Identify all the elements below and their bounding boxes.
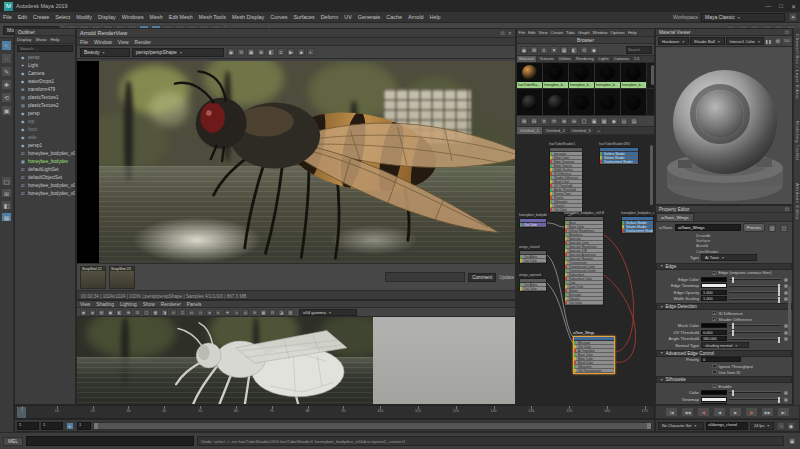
update-button[interactable]: Update bbox=[499, 275, 514, 280]
side-panel-tab[interactable]: Attribute Editor bbox=[795, 183, 800, 220]
node-editor-tab[interactable]: Untitled_3 bbox=[569, 127, 595, 134]
outliner-item[interactable]: ☑ defaultLightSet bbox=[15, 165, 75, 173]
shading-group-node[interactable]: hairTubeShader1SG Surface ShaderVolume S… bbox=[599, 142, 639, 165]
viewport-icon[interactable]: ◇ bbox=[197, 309, 204, 316]
ramp-node[interactable]: honeybee_bodydev_v04:ramp1 Out Color bbox=[519, 213, 547, 228]
menu-item[interactable]: Panels bbox=[184, 302, 205, 307]
menu-item[interactable]: Edit Mesh bbox=[166, 14, 196, 20]
viewport-icon[interactable]: ⊡ bbox=[134, 309, 141, 316]
advanced-edge-section-header[interactable]: ▼Advanced Edge Control bbox=[656, 350, 792, 357]
material-swatch[interactable] bbox=[517, 89, 543, 115]
presets-button[interactable]: Presets bbox=[743, 223, 765, 232]
window-icon[interactable]: ⊡ bbox=[501, 30, 505, 36]
viewport-icon[interactable]: ▢ bbox=[143, 309, 150, 316]
outliner-item[interactable]: ◉ side bbox=[15, 133, 75, 141]
menu-item[interactable]: Mesh Display bbox=[229, 14, 267, 20]
outliner-item[interactable]: ◉ front bbox=[15, 125, 75, 133]
range-handle-left[interactable] bbox=[94, 423, 98, 429]
outliner-item[interactable]: ☑ honeybee_bodydev_v04r bbox=[15, 181, 75, 189]
menu-item[interactable]: Edit bbox=[527, 30, 537, 35]
layout-button[interactable]: ⊞ bbox=[1, 188, 12, 198]
renderview-icon[interactable]: ◉ bbox=[227, 48, 235, 56]
browser-icon[interactable]: ◧ bbox=[570, 46, 578, 54]
menu-item[interactable]: Mesh Tools bbox=[196, 14, 229, 20]
outliner-item[interactable]: ▤ plasticTexture2 bbox=[15, 101, 75, 109]
comment-button[interactable]: Comment bbox=[468, 273, 496, 282]
menu-item[interactable]: UV bbox=[341, 14, 355, 20]
outliner-item[interactable]: ◉ persp bbox=[15, 53, 75, 61]
close-button[interactable]: ✕ bbox=[791, 3, 796, 10]
material-swatch[interactable] bbox=[595, 89, 621, 115]
menu-item[interactable]: Render bbox=[132, 39, 154, 45]
node-editor-tab[interactable]: Untitled_1 bbox=[517, 127, 543, 134]
swatch-icon[interactable]: ▧ bbox=[768, 224, 776, 232]
node-editor-icon[interactable]: ▣ bbox=[590, 117, 598, 125]
panel-menu-icon[interactable]: ⊡ bbox=[785, 206, 789, 212]
graph-scrollbar[interactable] bbox=[650, 145, 653, 205]
slider[interactable] bbox=[729, 291, 781, 293]
settings-gear-icon[interactable]: ⚙ bbox=[774, 37, 782, 45]
tool-icon[interactable]: ✚ bbox=[1, 79, 12, 90]
transport-button[interactable]: |◀ bbox=[665, 407, 678, 417]
viewport-canvas[interactable] bbox=[77, 317, 516, 405]
slider[interactable] bbox=[729, 391, 781, 393]
viewport-icon[interactable]: ▣ bbox=[107, 309, 114, 316]
gamma-select[interactable]: v04 gamma bbox=[299, 309, 357, 316]
menu-item[interactable]: Shading bbox=[93, 302, 117, 307]
menu-item[interactable]: Arnold bbox=[405, 14, 427, 20]
node-editor-icon[interactable]: ⊕ bbox=[560, 117, 568, 125]
viewport-icon[interactable]: ⊕ bbox=[125, 309, 132, 316]
browser-icon[interactable]: ⊞ bbox=[530, 46, 538, 54]
minimize-button[interactable]: — bbox=[765, 3, 771, 10]
panel-menu-icon[interactable]: ⊡ bbox=[785, 29, 789, 35]
value-field[interactable]: 1.000 bbox=[701, 296, 727, 301]
renderview-icon[interactable]: ⟲ bbox=[237, 48, 245, 56]
edge-section-header[interactable]: ▼Edge bbox=[656, 263, 792, 270]
side-panel-tab[interactable]: Modeling Toolkit bbox=[795, 121, 800, 160]
node-editor-icon[interactable]: ◎ bbox=[620, 117, 628, 125]
viewport-icon[interactable]: ◎ bbox=[242, 309, 249, 316]
category-tab[interactable]: Lights bbox=[597, 56, 612, 62]
range-handle-right[interactable] bbox=[647, 423, 651, 429]
playback-option-icon[interactable]: ◔ bbox=[777, 422, 785, 430]
type-select[interactable]: Ai Toon bbox=[701, 254, 757, 261]
browser-icon[interactable]: ▼ bbox=[550, 46, 558, 54]
renderview-icon[interactable]: ◐ bbox=[307, 48, 315, 56]
fps-select[interactable]: 24 fps bbox=[750, 422, 774, 430]
menu-item[interactable]: Modify bbox=[73, 14, 95, 20]
menu-item[interactable]: Create bbox=[549, 30, 565, 35]
viewport-icon[interactable]: ▩ bbox=[260, 309, 267, 316]
viewport-icon[interactable]: ◐ bbox=[215, 309, 222, 316]
material-swatch[interactable] bbox=[543, 89, 569, 115]
outliner-search-input[interactable]: Search... bbox=[17, 45, 73, 52]
category-tab[interactable]: Materials bbox=[517, 56, 537, 62]
menu-item[interactable]: File bbox=[0, 14, 15, 20]
transport-button[interactable]: ▶▶ bbox=[761, 407, 774, 417]
renderview-icon[interactable]: ■ bbox=[297, 48, 305, 56]
slider[interactable] bbox=[729, 285, 781, 287]
outliner-item[interactable]: ◉ Camera bbox=[15, 69, 75, 77]
outliner-item[interactable]: ☑ defaultObjectSet bbox=[15, 173, 75, 181]
playback-option-icon[interactable]: ◆ bbox=[787, 422, 795, 430]
tool-icon[interactable]: ▣ bbox=[1, 105, 12, 116]
menu-item[interactable]: Edit bbox=[15, 14, 30, 20]
renderview-icon[interactable]: ▣ bbox=[247, 48, 255, 56]
transport-button[interactable]: |▶ bbox=[745, 407, 758, 417]
file-texture-node[interactable]: wings_opened Out AlphaOut Color bbox=[519, 273, 547, 292]
material-swatch[interactable] bbox=[621, 89, 647, 115]
snapshot-thumbnail[interactable]: SnapShot 23 bbox=[109, 266, 135, 289]
value-field[interactable]: 1.000 bbox=[701, 290, 727, 295]
texture-map-icon[interactable]: ▩ bbox=[783, 397, 789, 402]
node-editor-icon[interactable]: ⊞ bbox=[520, 117, 528, 125]
aov-select[interactable]: Beauty bbox=[80, 48, 130, 57]
value-field[interactable] bbox=[701, 323, 727, 328]
selected-toon-shader-node[interactable]: aiToon_Wings MessageOut ColorAi Translat… bbox=[573, 331, 615, 374]
outliner-item[interactable]: ⊞ transform479 bbox=[15, 85, 75, 93]
shader-node[interactable]: hairTubeShader1 messageEdge ColorEdge To… bbox=[549, 142, 583, 213]
material-swatch[interactable]: honeybee_b... bbox=[569, 63, 595, 88]
side-panel-tab[interactable]: Channel Box / Layer Editor bbox=[795, 34, 800, 99]
viewer-renderer-select[interactable]: Hardware bbox=[658, 37, 689, 45]
current-frame-field[interactable]: 1 bbox=[77, 422, 91, 430]
browser-icon[interactable]: ▦ bbox=[560, 46, 568, 54]
renderview-icon[interactable]: ≡ bbox=[277, 48, 285, 56]
